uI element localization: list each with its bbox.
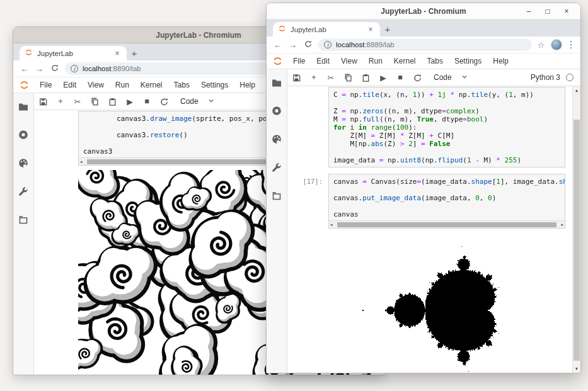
new-tab-button[interactable]: + — [127, 46, 142, 60]
save-icon[interactable] — [292, 73, 301, 82]
copy-cells-icon[interactable] — [343, 73, 353, 82]
menu-kernel[interactable]: Kernel — [388, 57, 422, 65]
forward-arrow-icon[interactable]: → — [35, 64, 44, 74]
copy-cells-icon[interactable] — [90, 97, 100, 106]
profile-avatar[interactable] — [551, 39, 562, 50]
paste-cells-icon[interactable] — [361, 73, 371, 82]
site-info-icon[interactable]: i — [71, 65, 78, 72]
insert-cell-icon[interactable]: + — [309, 73, 318, 82]
maximize-icon[interactable]: □ — [541, 7, 554, 16]
kernel-status-icon[interactable] — [566, 74, 574, 81]
menu-tabs[interactable]: Tabs — [422, 57, 449, 65]
menu-kernel[interactable]: Kernel — [135, 81, 168, 89]
url-path: :8889/lab — [364, 41, 394, 48]
restart-kernel-icon[interactable] — [413, 73, 422, 82]
tab-label: JupyterLab — [37, 50, 108, 57]
scroll-left-icon[interactable]: ◂ — [330, 222, 333, 227]
cut-cells-icon[interactable]: ✂ — [326, 73, 335, 82]
cell-type-value: Code — [434, 73, 452, 82]
menu-help[interactable]: Help — [487, 57, 514, 65]
property-inspector-icon[interactable] — [18, 186, 29, 197]
back-arrow-icon[interactable]: ← — [20, 64, 29, 74]
file-browser-icon[interactable] — [271, 77, 282, 88]
reload-icon[interactable] — [50, 64, 59, 74]
new-tab-button[interactable]: + — [380, 22, 395, 37]
code-lines: C = np.tile(x, (n, 1)) + 1j * np.tile(y,… — [333, 91, 565, 164]
vscroll-thumb[interactable] — [574, 120, 580, 361]
stop-kernel-icon[interactable]: ■ — [142, 97, 151, 106]
window-controls: – □ × — [522, 7, 580, 16]
property-inspector-icon[interactable] — [271, 162, 282, 173]
menu-settings[interactable]: Settings — [449, 57, 487, 65]
cell-hscrollbar[interactable]: ◂ ▸ — [329, 220, 565, 228]
menu-settings[interactable]: Settings — [195, 81, 234, 89]
front-window-titlebar[interactable]: JupyterLab - Chromium – □ × — [267, 3, 580, 20]
restart-kernel-icon[interactable] — [159, 97, 169, 106]
menu-edit[interactable]: Edit — [57, 81, 82, 89]
front-notebook-toolbar: + ✂ ▶ ■ Code Python 3 — [287, 69, 580, 86]
site-info-icon[interactable]: i — [324, 41, 331, 48]
file-browser-icon[interactable] — [18, 101, 29, 112]
reload-icon[interactable] — [303, 40, 313, 50]
front-url-row: ← → i localhost:8889/lab ☆ — [267, 37, 580, 54]
cell-type-dropdown[interactable]: Code — [180, 97, 215, 106]
stop-kernel-icon[interactable]: ■ — [396, 73, 405, 82]
address-bar[interactable]: i localhost:8889/lab — [318, 38, 532, 51]
tab-close-icon[interactable]: × — [366, 25, 375, 34]
jupyter-logo-icon — [272, 56, 283, 67]
menu-tabs[interactable]: Tabs — [168, 81, 195, 89]
cell-type-value: Code — [180, 97, 199, 106]
running-kernels-icon[interactable] — [271, 105, 282, 116]
run-cell-icon[interactable]: ▶ — [379, 73, 388, 82]
menu-view[interactable]: View — [335, 57, 363, 65]
code-editor[interactable]: canvas = Canvas(size=(image_data.shape[1… — [328, 174, 565, 229]
open-tabs-icon[interactable] — [18, 214, 29, 225]
tab-close-icon[interactable]: × — [113, 49, 122, 58]
bookmark-star-icon[interactable]: ☆ — [538, 40, 545, 50]
save-icon[interactable] — [38, 97, 48, 106]
url-host: localhost — [83, 65, 111, 72]
notebook-vscrollbar[interactable]: ▲ ▼ — [572, 86, 580, 373]
cell-prompt: [17]: — [287, 174, 328, 229]
forward-arrow-icon[interactable]: → — [288, 40, 297, 50]
open-tabs-icon[interactable] — [271, 190, 282, 201]
url-host: localhost — [336, 41, 364, 48]
scroll-left-icon[interactable]: ◂ — [80, 159, 83, 164]
scroll-right-icon[interactable]: ▸ — [561, 222, 563, 227]
command-palette-icon[interactable] — [271, 133, 282, 145]
cut-cells-icon[interactable]: ✂ — [73, 97, 82, 106]
back-left-sidebar — [13, 93, 34, 375]
close-icon[interactable]: × — [560, 7, 573, 16]
front-notebook-content: C = np.tile(x, (n, 1)) + 1j * np.tile(y,… — [287, 86, 580, 373]
back-browser-tab[interactable]: JupyterLab × — [20, 46, 127, 60]
menu-file[interactable]: File — [287, 57, 311, 65]
front-tab-strip: JupyterLab × + — [267, 20, 580, 37]
back-arrow-icon[interactable]: ← — [273, 40, 282, 50]
menu-help[interactable]: Help — [234, 81, 261, 89]
hscroll-thumb[interactable] — [337, 222, 556, 227]
mandelbrot-output-canvas — [292, 232, 557, 373]
tab-label: JupyterLab — [291, 26, 362, 33]
menu-run[interactable]: Run — [363, 57, 388, 65]
insert-cell-icon[interactable]: + — [56, 97, 65, 106]
menu-edit[interactable]: Edit — [311, 57, 335, 65]
url-text: localhost:8890/lab — [83, 65, 141, 72]
menu-run[interactable]: Run — [110, 81, 135, 89]
jupyter-favicon-icon — [25, 48, 33, 59]
command-palette-icon[interactable] — [18, 157, 29, 169]
cell-output-area — [287, 232, 580, 373]
paste-cells-icon[interactable] — [108, 97, 117, 106]
running-kernels-icon[interactable] — [18, 129, 29, 140]
code-lines: canvas = Canvas(size=(image_data.shape[1… — [333, 178, 565, 218]
browser-menu-icon[interactable] — [568, 41, 575, 49]
front-browser-tab[interactable]: JupyterLab × — [273, 22, 380, 37]
scroll-down-icon[interactable]: ▼ — [573, 366, 580, 371]
minimize-icon[interactable]: – — [522, 7, 535, 16]
cell-type-dropdown[interactable]: Code — [434, 73, 468, 82]
scroll-up-icon[interactable]: ▲ — [573, 88, 580, 93]
run-cell-icon[interactable]: ▶ — [125, 97, 134, 106]
menu-file[interactable]: File — [34, 81, 57, 89]
menu-view[interactable]: View — [82, 81, 110, 89]
code-editor[interactable]: C = np.tile(x, (n, 1)) + 1j * np.tile(y,… — [328, 87, 565, 167]
cell-prompt — [287, 87, 328, 167]
